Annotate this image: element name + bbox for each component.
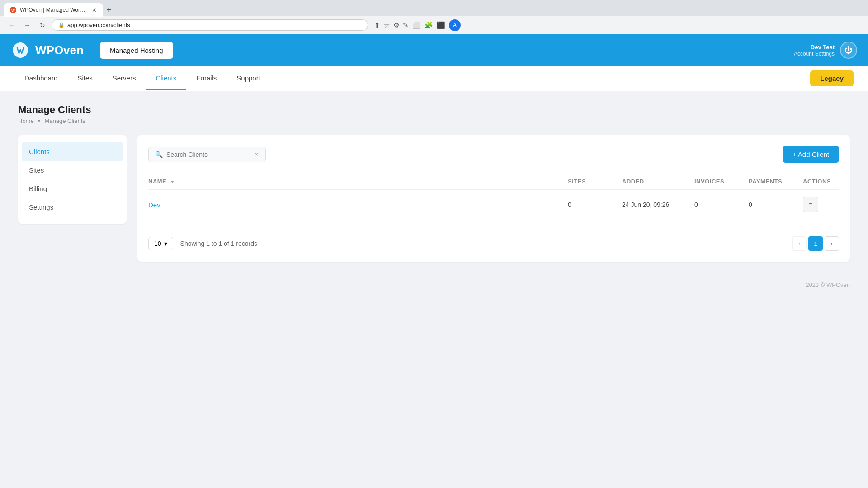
table-row: Dev 0 24 Jun 20, 09:26 0 0 ≡ bbox=[148, 190, 839, 220]
sort-icon: ▼ bbox=[170, 179, 175, 184]
search-box[interactable]: 🔍 ✕ bbox=[148, 147, 266, 162]
user-name: Dev Test bbox=[794, 44, 835, 51]
chevron-down-icon: ▾ bbox=[164, 240, 167, 247]
browser-right-icons: ⬆ ☆ ⚙ ✎ ⬜ 🧩 ⬛ A bbox=[374, 19, 461, 31]
address-bar[interactable]: 🔒 app.wpoven.com/clients bbox=[52, 19, 368, 31]
prev-page-button[interactable]: ‹ bbox=[792, 236, 807, 251]
client-actions-cell: ≡ bbox=[803, 197, 839, 212]
next-page-button[interactable]: › bbox=[825, 236, 839, 251]
tab-favicon: W bbox=[10, 7, 16, 13]
main-layout: Clients Sites Billing Settings 🔍 ✕ + Add… bbox=[18, 135, 850, 262]
nav-clients[interactable]: Clients bbox=[146, 67, 186, 90]
nav-servers[interactable]: Servers bbox=[103, 67, 146, 90]
table-header: NAME ▼ SITES ADDED INVOICES PAYMENTS ACT… bbox=[148, 174, 839, 190]
per-page-value: 10 bbox=[154, 240, 161, 247]
records-text: Showing 1 to 1 of 1 records bbox=[180, 240, 257, 247]
new-tab-button[interactable]: + bbox=[103, 5, 115, 15]
col-sites: SITES bbox=[568, 178, 622, 185]
screenshot-icon[interactable]: ⬜ bbox=[412, 21, 421, 29]
page-controls: ‹ 1 › bbox=[792, 236, 839, 251]
user-settings-label[interactable]: Account Settings bbox=[794, 51, 835, 57]
col-name: NAME ▼ bbox=[148, 178, 568, 185]
back-button[interactable]: ← bbox=[5, 19, 18, 32]
extensions-icon[interactable]: ⚙ bbox=[393, 21, 399, 29]
nav-links: Dashboard Sites Servers Clients Emails S… bbox=[14, 67, 270, 90]
browser-tab-bar: W WPOven | Managed WordPress ... ✕ + bbox=[0, 0, 868, 16]
per-page-select[interactable]: 10 ▾ bbox=[148, 237, 173, 250]
sidebar-item-sites[interactable]: Sites bbox=[18, 161, 127, 179]
edit-icon[interactable]: ✎ bbox=[403, 21, 409, 29]
tab-title: WPOven | Managed WordPress ... bbox=[20, 7, 86, 13]
actions-button[interactable]: ≡ bbox=[803, 197, 818, 212]
power-icon: ⏻ bbox=[844, 46, 853, 55]
add-client-button[interactable]: + Add Client bbox=[783, 146, 839, 163]
browser-chrome: W WPOven | Managed WordPress ... ✕ + ← →… bbox=[0, 0, 868, 34]
app-header: WPOven Managed Hosting Dev Test Account … bbox=[0, 34, 868, 66]
share-icon[interactable]: ⬆ bbox=[374, 21, 380, 29]
bookmark-icon[interactable]: ☆ bbox=[384, 21, 390, 29]
col-actions: ACTIONS bbox=[803, 178, 839, 185]
nav-right: Legacy bbox=[810, 70, 854, 86]
col-invoices: INVOICES bbox=[694, 178, 749, 185]
browser-tab[interactable]: W WPOven | Managed WordPress ... ✕ bbox=[4, 3, 103, 17]
reload-button[interactable]: ↻ bbox=[36, 19, 49, 32]
client-invoices-cell: 0 bbox=[694, 201, 749, 208]
content-toolbar: 🔍 ✕ + Add Client bbox=[148, 146, 839, 163]
clear-search-icon[interactable]: ✕ bbox=[254, 151, 259, 158]
splitview-icon[interactable]: ⬛ bbox=[437, 21, 445, 29]
power-button[interactable]: ⏻ bbox=[840, 42, 857, 59]
nav-support[interactable]: Support bbox=[226, 67, 270, 90]
actions-menu-icon: ≡ bbox=[809, 201, 812, 208]
wpoven-logo-icon bbox=[11, 41, 30, 60]
client-sites-cell: 0 bbox=[568, 201, 622, 208]
col-payments: PAYMENTS bbox=[749, 178, 803, 185]
client-added-cell: 24 Jun 20, 09:26 bbox=[622, 201, 694, 208]
search-icon: 🔍 bbox=[155, 151, 163, 158]
nav-sites[interactable]: Sites bbox=[67, 67, 102, 90]
user-info: Dev Test Account Settings bbox=[794, 44, 835, 57]
nav-bar: Dashboard Sites Servers Clients Emails S… bbox=[0, 66, 868, 91]
page-content: Manage Clients Home • Manage Clients Cli… bbox=[0, 91, 868, 274]
sidebar-item-settings[interactable]: Settings bbox=[18, 198, 127, 216]
client-payments-cell: 0 bbox=[749, 201, 803, 208]
search-input[interactable] bbox=[166, 151, 250, 158]
url-text: app.wpoven.com/clients bbox=[67, 22, 130, 28]
pagination-area: 10 ▾ Showing 1 to 1 of 1 records ‹ 1 › bbox=[148, 229, 839, 251]
header-right: Dev Test Account Settings ⏻ bbox=[794, 42, 857, 59]
content-area: 🔍 ✕ + Add Client NAME ▼ SITES ADDED INVO… bbox=[137, 135, 850, 262]
page-1-button[interactable]: 1 bbox=[808, 236, 823, 251]
sidebar: Clients Sites Billing Settings bbox=[18, 135, 127, 224]
breadcrumb-current: Manage Clients bbox=[45, 117, 85, 124]
client-name-link[interactable]: Dev bbox=[148, 201, 160, 209]
footer-text: 2023 © WPOven bbox=[806, 282, 850, 288]
col-added: ADDED bbox=[622, 178, 694, 185]
footer: 2023 © WPOven bbox=[0, 274, 868, 296]
breadcrumb: Home • Manage Clients bbox=[18, 117, 850, 124]
client-name-cell: Dev bbox=[148, 201, 568, 209]
sidebar-item-clients[interactable]: Clients bbox=[22, 142, 123, 161]
nav-emails[interactable]: Emails bbox=[186, 67, 226, 90]
lock-icon: 🔒 bbox=[58, 22, 65, 28]
managed-hosting-button[interactable]: Managed Hosting bbox=[100, 42, 173, 59]
svg-text:W: W bbox=[11, 9, 15, 13]
forward-button[interactable]: → bbox=[21, 19, 33, 32]
sidebar-item-billing[interactable]: Billing bbox=[18, 179, 127, 198]
logo-text: WPOven bbox=[35, 43, 84, 57]
page-title: Manage Clients bbox=[18, 104, 850, 116]
browser-profile-avatar[interactable]: A bbox=[449, 19, 461, 31]
logo-area: WPOven Managed Hosting bbox=[11, 41, 173, 60]
nav-dashboard[interactable]: Dashboard bbox=[14, 67, 67, 90]
legacy-button[interactable]: Legacy bbox=[810, 70, 854, 86]
puzzle-icon[interactable]: 🧩 bbox=[425, 21, 433, 29]
close-tab-icon[interactable]: ✕ bbox=[92, 7, 97, 14]
breadcrumb-separator: • bbox=[38, 117, 40, 124]
browser-controls: ← → ↻ 🔒 app.wpoven.com/clients ⬆ ☆ ⚙ ✎ ⬜… bbox=[0, 16, 868, 34]
breadcrumb-home[interactable]: Home bbox=[18, 117, 34, 124]
